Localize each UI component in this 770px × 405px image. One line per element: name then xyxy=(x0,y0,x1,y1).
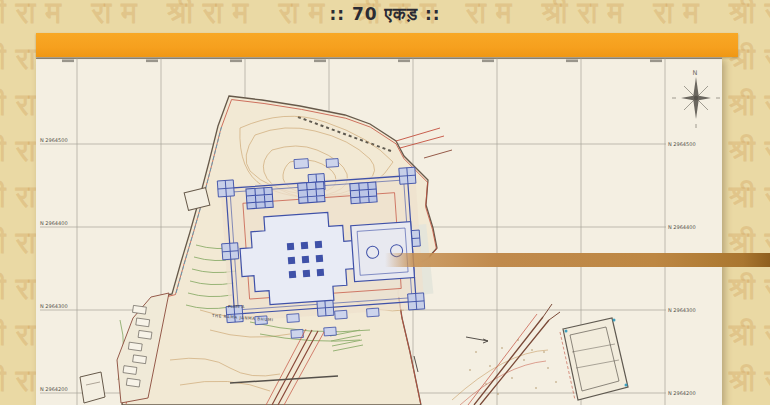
grid-label: N 2964300 xyxy=(40,303,68,309)
grid-label: N 2964400 xyxy=(40,220,68,226)
plate-label: PLATE A xyxy=(228,304,244,309)
grid-label: N 2964400 xyxy=(668,224,696,230)
divider-band xyxy=(385,253,770,267)
grid-tick-marks xyxy=(62,60,662,63)
grid-label: N 2964200 xyxy=(40,386,68,392)
map-sheet: N 2964500 N 2964400 N 2964300 N 2964200 … xyxy=(36,57,722,405)
grid-label: N 2964300 xyxy=(668,307,696,313)
southeast-compound xyxy=(560,318,628,400)
compass-north-label: N xyxy=(693,69,698,77)
site-plan-svg: N 2964500 N 2964400 N 2964300 N 2964200 … xyxy=(36,57,722,405)
compass-rose-icon: N xyxy=(672,69,720,128)
header-bar xyxy=(36,33,738,57)
page-background: श्रीराम राम श्रीराम राम श्रीराम राम श्री… xyxy=(0,0,770,405)
grid-label: N 2964500 xyxy=(40,137,68,143)
grid-label: N 2964200 xyxy=(668,390,696,396)
page-title: :: 70 एकड़ :: xyxy=(0,4,770,24)
grid-label: N 2964500 xyxy=(668,141,696,147)
